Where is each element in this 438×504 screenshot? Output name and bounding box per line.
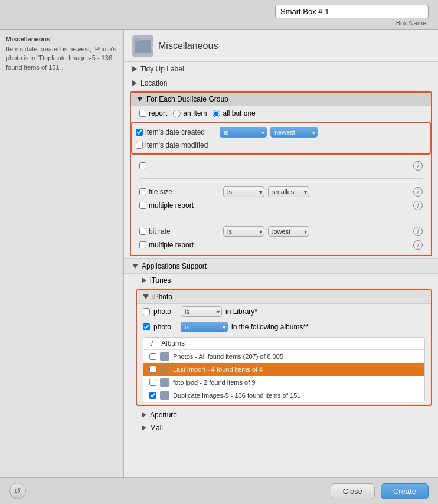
date-multiple-report-label[interactable] — [139, 162, 149, 169]
iphoto-label: iPhoto — [152, 293, 172, 301]
bit-rate-row: bit rate is lowest highest i — [139, 224, 423, 238]
sidebar-title: Miscellaneous — [6, 35, 117, 42]
newest-select[interactable]: newest oldest — [270, 127, 318, 138]
an-item-radio-label[interactable]: an Item — [173, 109, 207, 117]
album2-checkbox[interactable] — [149, 379, 156, 386]
location-row[interactable]: Location — [124, 76, 438, 90]
file-size-value-select[interactable]: smallest largest — [268, 186, 309, 197]
file-size-multiple-text: multiple report — [149, 201, 194, 210]
tidy-up-row[interactable]: Tidy Up Label — [124, 62, 438, 76]
bottom-bar: ↺ Close Create — [0, 477, 438, 504]
location-label: Location — [140, 79, 167, 87]
tidy-up-label: Tidy Up Label — [140, 65, 184, 73]
bit-rate-value-wrap[interactable]: lowest highest — [268, 226, 309, 237]
dup-group-label: For Each Duplicate Group — [146, 95, 228, 103]
date-modified-checkbox-label[interactable]: item's date modified — [136, 141, 216, 149]
album-row-1[interactable]: Last Import - 4 found items of 4 — [143, 363, 424, 376]
date-modified-row: item's date modified — [136, 139, 426, 151]
newest-value-wrap[interactable]: newest oldest — [270, 127, 318, 138]
itunes-header[interactable]: iTunes — [136, 274, 438, 287]
apps-support-section: Applications Support iTunes iPhoto — [124, 258, 438, 434]
bit-rate-checkbox-label[interactable]: bit rate — [139, 227, 220, 235]
date-multiple-report-row: i — [139, 159, 423, 172]
dup-group-triangle — [137, 97, 143, 102]
options-row: report an Item all but one — [131, 106, 431, 120]
bit-rate-multiple-checkbox[interactable] — [139, 241, 146, 248]
photo1-label: photo — [153, 307, 177, 316]
file-size-checkbox[interactable] — [139, 188, 146, 195]
photo2-label: photo — [153, 323, 177, 331]
album-row-2[interactable]: foto ipod - 2 found items of 9 — [143, 376, 424, 389]
photo1-operator-wrap[interactable]: is — [181, 306, 222, 317]
aperture-triangle — [142, 412, 146, 418]
an-item-radio[interactable] — [173, 110, 181, 117]
file-size-multiple-checkbox[interactable] — [139, 202, 146, 209]
album3-checkbox[interactable] — [149, 392, 156, 399]
photo-row-2: photo is in the following albums** — [137, 319, 431, 335]
bit-rate-multiple-label[interactable]: multiple report — [139, 241, 194, 249]
album-row-0[interactable]: Photos - All found items (207) of 8.005 — [143, 350, 424, 363]
date-multiple-report-section: i — [131, 156, 431, 176]
photo1-checkbox-label[interactable] — [143, 308, 150, 315]
dup-group-section: For Each Duplicate Group report an Item … — [130, 91, 432, 256]
aperture-header[interactable]: Aperture — [136, 408, 438, 421]
date-multiple-info-icon[interactable]: i — [413, 161, 423, 171]
bit-rate-is-wrap[interactable]: is — [223, 226, 264, 237]
bit-rate-multiple-info-icon[interactable]: i — [413, 240, 423, 250]
back-button[interactable]: ↺ — [9, 483, 26, 499]
photo1-checkbox[interactable] — [143, 308, 150, 315]
date-created-checkbox-label[interactable]: item's date created — [136, 128, 216, 136]
date-multiple-report-checkbox[interactable] — [139, 162, 146, 169]
box-name-input[interactable] — [275, 5, 429, 18]
bit-rate-is-select[interactable]: is — [223, 226, 264, 237]
album1-checkbox[interactable] — [149, 366, 156, 373]
bit-rate-checkbox[interactable] — [139, 228, 146, 235]
file-size-value-wrap[interactable]: smallest largest — [268, 186, 309, 197]
file-size-is-wrap[interactable]: is — [223, 186, 264, 197]
is-operator-select[interactable]: is is not — [220, 127, 267, 138]
dup-group-header[interactable]: For Each Duplicate Group — [131, 93, 431, 106]
mail-triangle — [142, 425, 146, 431]
photo2-operator-select[interactable]: is — [181, 322, 228, 332]
report-checkbox[interactable] — [139, 110, 146, 117]
apps-support-triangle — [132, 264, 138, 269]
file-size-section: file size is smallest largest i — [131, 181, 431, 215]
album0-checkbox[interactable] — [149, 353, 156, 360]
bit-rate-info-icon[interactable]: i — [413, 227, 423, 236]
all-but-one-radio-label[interactable]: all but one — [213, 109, 255, 117]
bit-rate-value-select[interactable]: lowest highest — [268, 226, 309, 237]
is-operator-wrap[interactable]: is is not — [220, 127, 267, 138]
file-size-multiple-info-icon[interactable]: i — [413, 201, 423, 210]
date-created-checkbox[interactable] — [136, 129, 143, 136]
all-but-one-radio[interactable] — [213, 110, 220, 117]
album-row-3[interactable]: Duplicate Images-5 - 136 found items of … — [143, 389, 424, 402]
photo2-checkbox-label[interactable] — [143, 323, 150, 330]
file-size-info-icon[interactable]: i — [413, 187, 423, 197]
album0-icon — [160, 352, 169, 361]
apps-support-header[interactable]: Applications Support — [124, 258, 438, 274]
content-area: Miscellaneous Tidy Up Label Location For… — [124, 30, 438, 477]
folder-icon — [132, 35, 153, 57]
box-name-label: Box Name — [396, 19, 426, 27]
sidebar: Miscellaneous Item's date created is new… — [0, 30, 124, 477]
mail-header[interactable]: Mail — [136, 421, 438, 434]
file-size-multiple-label[interactable]: multiple report — [139, 201, 194, 210]
iphoto-header[interactable]: iPhoto — [137, 290, 431, 304]
date-modified-checkbox[interactable] — [136, 142, 143, 149]
file-size-checkbox-label[interactable]: file size — [139, 188, 220, 196]
album0-name: Photos - All found items (207) of 8.005 — [173, 353, 283, 360]
report-checkbox-label[interactable]: report — [139, 109, 167, 117]
mail-subsection: Mail — [124, 421, 438, 434]
photo2-checkbox[interactable] — [143, 323, 150, 330]
photo1-operator-select[interactable]: is — [181, 306, 222, 317]
bottom-left: ↺ — [9, 483, 26, 499]
file-size-is-select[interactable]: is — [223, 186, 264, 197]
date-modified-label: item's date modified — [145, 141, 216, 149]
photo2-operator-wrap[interactable]: is — [181, 322, 228, 332]
itunes-triangle — [142, 277, 146, 283]
create-button[interactable]: Create — [381, 483, 429, 499]
close-button[interactable]: Close — [331, 483, 375, 499]
albums-checkmark-placeholder: √ — [149, 339, 158, 348]
album2-name: foto ipod - 2 found items of 9 — [173, 379, 255, 386]
report-label: report — [149, 109, 167, 117]
